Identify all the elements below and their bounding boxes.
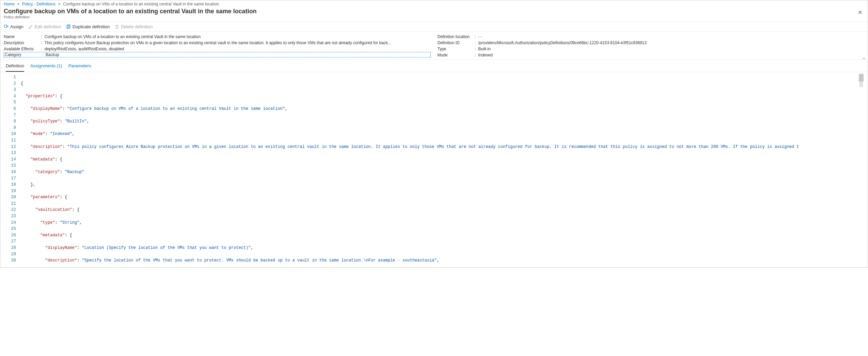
collapse-details-button[interactable]: ︽ [862, 55, 866, 60]
definition-location-label: Definition location [437, 34, 475, 39]
breadcrumb-sep: > [17, 2, 19, 6]
description-label: Description [4, 40, 41, 45]
assign-button[interactable]: Assign [4, 24, 23, 29]
category-value: Backup [46, 52, 430, 57]
name-value: Configure backup on VMs of a location to… [45, 34, 431, 39]
delete-definition-button[interactable]: Delete definition [115, 24, 153, 29]
close-button[interactable]: ✕ [856, 8, 864, 17]
copy-icon [66, 24, 71, 29]
assign-label: Assign [10, 24, 23, 29]
effects-value: deployIfNotExists, auditIfNotExists, dis… [45, 47, 431, 51]
page-header: Configure backup on VMs of a location to… [0, 7, 868, 22]
edit-label: Edit definition [35, 24, 61, 29]
details-panel: Name : Configure backup on VMs of a loca… [0, 32, 868, 60]
delete-label: Delete definition [121, 24, 153, 29]
type-label: Type [437, 47, 475, 51]
page-title: Configure backup on VMs of a location to… [4, 8, 257, 15]
definition-id-value: /providers/Microsoft.Authorization/polic… [478, 40, 864, 45]
editor-vertical-scrollbar[interactable] [859, 74, 864, 263]
toolbar: Assign Edit definition Duplicate definit… [0, 22, 868, 32]
svg-rect-0 [4, 25, 7, 27]
tab-parameters[interactable]: Parameters [68, 62, 91, 72]
type-value: Built-in [478, 47, 864, 51]
duplicate-definition-button[interactable]: Duplicate definition [66, 24, 110, 29]
close-icon: ✕ [858, 10, 862, 15]
page-subtitle: Policy definition [4, 15, 257, 19]
edit-definition-button[interactable]: Edit definition [28, 24, 61, 29]
breadcrumb-current: Configure backup on VMs of a location to… [63, 2, 219, 6]
breadcrumb-home[interactable]: Home [4, 2, 15, 6]
mode-label: Mode [437, 53, 475, 57]
assign-icon [4, 24, 8, 29]
editor-gutter: 1234567891011121314151617181920212223242… [4, 73, 19, 264]
json-editor[interactable]: 1234567891011121314151617181920212223242… [4, 73, 864, 264]
pencil-icon [28, 24, 33, 29]
definition-location-value: - - [478, 34, 864, 39]
breadcrumb-sep: > [58, 2, 60, 6]
definition-id-label: Definition ID [437, 40, 475, 45]
tabs: Definition Assignments (1) Parameters [0, 60, 868, 72]
duplicate-label: Duplicate definition [72, 24, 110, 29]
breadcrumb: Home > Policy - Definitions > Configure … [0, 0, 868, 7]
tab-definition[interactable]: Definition [6, 62, 24, 72]
breadcrumb-policy[interactable]: Policy - Definitions [22, 2, 56, 6]
trash-icon [115, 24, 119, 29]
editor-code[interactable]: { "properties": { "displayName": "Config… [19, 73, 859, 264]
description-value: This policy configures Azure Backup prot… [45, 40, 431, 45]
tab-assignments[interactable]: Assignments (1) [30, 62, 62, 72]
name-label: Name [4, 34, 41, 39]
effects-label: Available Effects [4, 47, 41, 51]
category-label: Category [5, 52, 42, 57]
mode-value: Indexed [478, 53, 864, 57]
chevron-up-double-icon: ︽ [862, 56, 866, 60]
